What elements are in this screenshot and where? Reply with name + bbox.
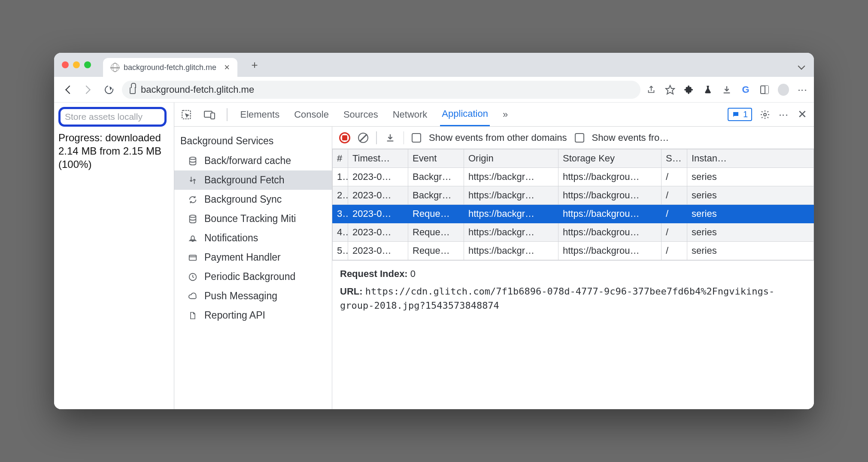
col-sw[interactable]: S… (662, 149, 687, 168)
table-row[interactable]: 1.2023-0…Backgr…https://backgr…https://b… (333, 168, 814, 186)
sidebar-item-label: Notifications (204, 232, 258, 244)
profile-avatar[interactable] (778, 84, 789, 95)
browser-tab[interactable]: background-fetch.glitch.me × (103, 58, 237, 77)
forward-button[interactable] (81, 82, 96, 97)
device-toggle-icon[interactable] (203, 109, 215, 120)
document-icon (187, 310, 198, 321)
close-window-button[interactable] (62, 61, 69, 68)
share-icon[interactable] (646, 84, 657, 95)
devtools-close-button[interactable]: ✕ (797, 109, 808, 120)
application-sidebar: Background Services Back/forward cache B… (174, 127, 332, 409)
devtools-tab-network[interactable]: Network (391, 103, 429, 126)
sidebar-item-back-forward-cache[interactable]: Back/forward cache (174, 151, 332, 170)
table-cell: https://backgrou… (558, 186, 662, 205)
browser-window: background-fetch.glitch.me × + backgroun… (54, 53, 814, 409)
back-button[interactable] (60, 82, 76, 97)
table-cell: https://backgr… (464, 242, 558, 260)
table-cell: 2. (333, 186, 348, 205)
cloud-icon (187, 291, 198, 302)
issues-badge[interactable]: 1 (728, 108, 752, 121)
url-text: background-fetch.glitch.me (141, 84, 254, 95)
sidebar-item-push-messaging[interactable]: Push Messaging (174, 286, 332, 306)
sidebar-item-reporting-api[interactable]: Reporting API (174, 306, 332, 325)
devtools-tab-application[interactable]: Application (440, 103, 490, 126)
tabs-menu-button[interactable] (797, 60, 806, 70)
table-row[interactable]: 2.2023-0…Backgr…https://backgr…https://b… (333, 186, 814, 205)
sidebar-item-background-fetch[interactable]: Background Fetch (174, 170, 332, 190)
devtools-panel: Elements Console Sources Network Applica… (174, 103, 814, 409)
show-events-from-label: Show events fro… (592, 132, 669, 143)
table-cell: https://backgrou… (558, 168, 662, 186)
new-tab-button[interactable]: + (248, 58, 261, 72)
devtools-tab-sources[interactable]: Sources (342, 103, 380, 126)
svg-point-6 (190, 215, 196, 217)
sidebar-item-label: Background Sync (204, 194, 282, 205)
sidebar-item-label: Back/forward cache (204, 155, 291, 167)
table-row[interactable]: 5.2023-0…Reque…https://backgr…https://ba… (333, 242, 814, 260)
sidebar-item-payment-handler[interactable]: Payment Handler (174, 248, 332, 267)
inspect-element-icon[interactable] (180, 109, 192, 120)
sync-arrows-icon (187, 175, 198, 186)
col-timestamp[interactable]: Timest… (348, 149, 408, 168)
maximize-window-button[interactable] (84, 61, 91, 68)
event-detail-pane: Request Index: 0 URL: https://cdn.glitch… (332, 260, 814, 409)
request-index-value: 0 (410, 268, 416, 279)
table-row[interactable]: 4.2023-0…Reque…https://backgr…https://ba… (333, 223, 814, 242)
address-bar[interactable]: background-fetch.glitch.me (122, 81, 640, 99)
svg-marker-0 (666, 85, 674, 94)
table-cell: 1. (333, 168, 348, 186)
clear-button[interactable] (358, 133, 368, 143)
experiments-flask-icon[interactable] (702, 84, 713, 95)
kebab-menu-icon[interactable]: ⋮ (797, 84, 808, 95)
store-assets-button[interactable]: Store assets locally (58, 107, 167, 127)
sidepanel-icon[interactable] (759, 84, 770, 95)
sidebar-item-label: Bounce Tracking Miti (204, 213, 296, 225)
table-cell: series (687, 223, 814, 242)
col-origin[interactable]: Origin (464, 149, 558, 168)
table-cell: 2023-0… (348, 205, 408, 223)
clock-icon (187, 271, 198, 283)
show-events-from-checkbox[interactable] (575, 133, 584, 143)
col-index[interactable]: # (333, 149, 348, 168)
devtools-more-tabs[interactable]: » (501, 103, 510, 126)
table-row[interactable]: 3.2023-0…Reque…https://backgr…https://ba… (333, 205, 814, 223)
table-cell: / (662, 168, 687, 186)
table-cell: https://backgr… (464, 205, 558, 223)
save-events-button[interactable] (385, 132, 396, 143)
col-event[interactable]: Event (408, 149, 464, 168)
devtools-tab-elements[interactable]: Elements (239, 103, 282, 126)
minimize-window-button[interactable] (73, 61, 80, 68)
col-instance[interactable]: Instan… (687, 149, 814, 168)
tab-close-button[interactable]: × (224, 62, 230, 73)
body-split: Store assets locally Progress: downloade… (54, 103, 814, 409)
record-button[interactable] (339, 132, 350, 143)
separator (404, 131, 404, 144)
sidebar-item-background-sync[interactable]: Background Sync (174, 190, 332, 209)
sidebar-item-bounce-tracking[interactable]: Bounce Tracking Miti (174, 209, 332, 228)
table-cell: Backgr… (408, 168, 464, 186)
table-cell: https://backgr… (464, 186, 558, 205)
devtools-tab-console[interactable]: Console (292, 103, 331, 126)
sidebar-item-periodic-background[interactable]: Periodic Background (174, 267, 332, 286)
extensions-icon[interactable] (683, 84, 695, 95)
sidebar-item-label: Push Messaging (204, 290, 277, 302)
sidebar-section-title: Background Services (174, 133, 332, 151)
sync-icon (187, 194, 198, 205)
events-table: # Timest… Event Origin Storage Key S… In… (332, 149, 814, 260)
devtools-body: Background Services Back/forward cache B… (174, 127, 814, 409)
table-cell: 3. (333, 205, 348, 223)
reload-button[interactable] (101, 82, 117, 97)
table-cell: https://backgr… (464, 223, 558, 242)
progress-text: Progress: downloaded 2.14 MB from 2.15 M… (58, 131, 170, 171)
sidebar-item-notifications[interactable]: Notifications (174, 228, 332, 248)
devtools-kebab-icon[interactable]: ⋮ (778, 109, 789, 120)
col-storage-key[interactable]: Storage Key (558, 149, 662, 168)
show-other-domains-checkbox[interactable] (412, 133, 421, 143)
bookmark-star-icon[interactable] (665, 84, 676, 95)
table-cell: Backgr… (408, 186, 464, 205)
sidebar-item-label: Periodic Background (204, 271, 295, 283)
google-icon[interactable]: G (740, 84, 751, 95)
devtools-settings-icon[interactable] (760, 109, 770, 120)
downloads-icon[interactable] (721, 84, 732, 95)
url-label: URL: (340, 286, 363, 297)
